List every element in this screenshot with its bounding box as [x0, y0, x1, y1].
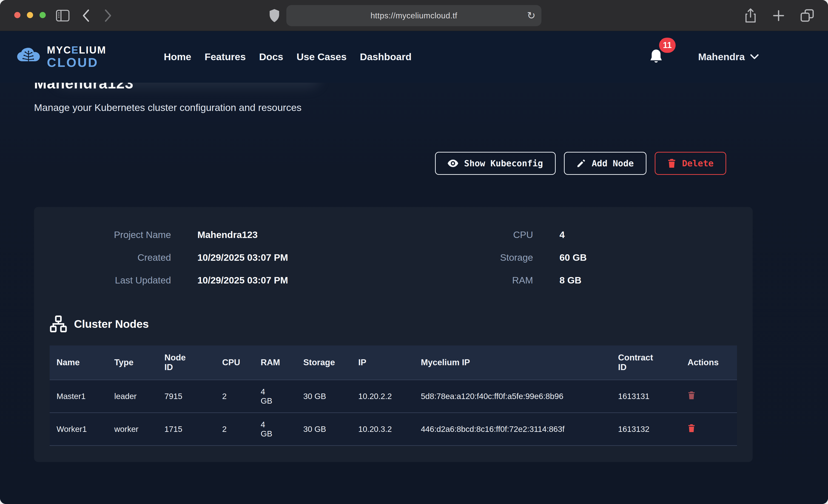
delete-cluster-button[interactable]: Delete — [655, 152, 726, 175]
cluster-nodes-title: Cluster Nodes — [74, 318, 149, 330]
cluster-nodes-table: Name Type Node ID CPU RAM Storage IP Myc… — [50, 345, 737, 446]
close-window-button[interactable] — [14, 12, 20, 18]
network-icon — [50, 315, 67, 333]
cell-name: Master1 — [50, 380, 107, 413]
privacy-shield-icon[interactable] — [268, 0, 280, 31]
info-row: Storage 60 GB — [398, 252, 737, 263]
cell-ip: 10.20.2.2 — [351, 380, 414, 413]
col-actions: Actions — [681, 345, 737, 380]
cell-contract-id: 1613131 — [611, 380, 681, 413]
browser-toolbar: https://myceliumcloud.tf ↻ — [0, 0, 828, 31]
trash-icon — [667, 159, 676, 168]
delete-node-button[interactable] — [688, 391, 695, 401]
cpu-label: CPU — [398, 229, 533, 240]
user-menu[interactable]: Mahendra — [698, 51, 759, 62]
created-label: Created — [50, 252, 171, 263]
cell-cpu: 2 — [215, 380, 254, 413]
show-kubeconfig-button[interactable]: Show Kubeconfig — [435, 152, 556, 175]
table-row-master1: Master1 leader 7915 2 4 GB 30 GB 10.20.2… — [50, 380, 737, 413]
cell-contract-id: 1613132 — [611, 413, 681, 446]
cell-node-id: 1715 — [158, 413, 215, 446]
tab-overview-icon[interactable] — [800, 8, 815, 23]
reload-icon[interactable]: ↻ — [527, 10, 535, 21]
pencil-icon — [577, 159, 586, 168]
cell-ram: 4 GB — [254, 380, 296, 413]
page-content: MYCELIUM CLOUD Home Features Docs Use Ca… — [0, 31, 828, 504]
brand-line1: MYCELIUM — [47, 45, 107, 55]
created-value: 10/29/2025 03:07 PM — [197, 252, 288, 263]
col-ip: IP — [351, 345, 414, 380]
nav-link-dashboard[interactable]: Dashboard — [360, 51, 412, 62]
forward-button[interactable] — [103, 0, 113, 31]
nav-link-features[interactable]: Features — [205, 51, 246, 62]
brand-line2: CLOUD — [47, 56, 107, 69]
back-button[interactable] — [81, 0, 91, 31]
project-name-value: Mahendra123 — [197, 229, 258, 240]
ram-label: RAM — [398, 275, 533, 286]
cell-ram: 4 GB — [254, 413, 296, 446]
add-node-button[interactable]: Add Node — [564, 152, 647, 175]
col-ram: RAM — [254, 345, 296, 380]
eye-icon — [448, 159, 458, 167]
top-navbar: MYCELIUM CLOUD Home Features Docs Use Ca… — [0, 31, 828, 83]
table-header-row: Name Type Node ID CPU RAM Storage IP Myc… — [50, 345, 737, 380]
col-contract-id: Contract ID — [611, 345, 681, 380]
cell-actions — [681, 413, 737, 446]
table-row-worker1: Worker1 worker 1715 2 4 GB 30 GB 10.20.3… — [50, 413, 737, 446]
cell-ip: 10.20.3.2 — [351, 413, 414, 446]
mycelium-cloud-logo-icon — [16, 46, 41, 68]
cell-node-id: 7915 — [158, 380, 215, 413]
cell-storage: 30 GB — [296, 413, 351, 446]
zoom-window-button[interactable] — [40, 12, 46, 18]
cell-actions — [681, 380, 737, 413]
cell-cpu: 2 — [215, 413, 254, 446]
address-bar[interactable]: https://myceliumcloud.tf ↻ — [286, 5, 541, 26]
info-row: Created 10/29/2025 03:07 PM — [50, 252, 389, 263]
traffic-lights — [14, 12, 46, 18]
sidebar-toggle-icon[interactable] — [55, 0, 70, 31]
stylized-e: E — [72, 44, 79, 55]
page-subtitle: Manage your Kubernetes cluster configura… — [34, 102, 753, 113]
col-node-id: Node ID — [158, 345, 215, 380]
nav-link-use-cases[interactable]: Use Cases — [297, 51, 347, 62]
storage-value: 60 GB — [560, 252, 587, 263]
delete-node-button[interactable] — [688, 424, 695, 433]
project-name-label: Project Name — [50, 229, 171, 240]
col-cpu: CPU — [215, 345, 254, 380]
cell-storage: 30 GB — [296, 380, 351, 413]
nav-links: Home Features Docs Use Cases Dashboard — [164, 51, 412, 62]
notification-badge: 11 — [659, 38, 676, 53]
url-text: https://myceliumcloud.tf — [370, 11, 457, 20]
new-tab-icon[interactable] — [772, 9, 785, 22]
col-name: Name — [50, 345, 107, 380]
cluster-actions: Show Kubeconfig Add Node Delete — [34, 152, 726, 175]
info-row: RAM 8 GB — [398, 275, 737, 286]
chevron-down-icon — [750, 54, 759, 60]
user-name: Mahendra — [698, 51, 745, 62]
browser-window: https://myceliumcloud.tf ↻ — [0, 0, 828, 504]
brand-logo[interactable]: MYCELIUM CLOUD — [16, 45, 107, 69]
info-row: Last Updated 10/29/2025 03:07 PM — [50, 275, 389, 286]
cluster-info: Project Name Mahendra123 Created 10/29/2… — [50, 229, 737, 286]
info-row: Project Name Mahendra123 — [50, 229, 389, 240]
cell-mycelium-ip: 5d8:78ea:a120:f40c:ff0f:a5fe:99e6:8b96 — [414, 380, 611, 413]
cpu-value: 4 — [560, 229, 565, 240]
col-type: Type — [107, 345, 157, 380]
last-updated-label: Last Updated — [50, 275, 171, 286]
minimize-window-button[interactable] — [27, 12, 33, 18]
info-row: CPU 4 — [398, 229, 737, 240]
trash-icon — [688, 391, 695, 400]
notifications-button[interactable]: 11 — [649, 48, 664, 66]
col-mycelium-ip: Mycelium IP — [414, 345, 611, 380]
col-storage: Storage — [296, 345, 351, 380]
cluster-details-card: Project Name Mahendra123 Created 10/29/2… — [34, 207, 753, 462]
storage-label: Storage — [398, 252, 533, 263]
nav-link-home[interactable]: Home — [164, 51, 191, 62]
ram-value: 8 GB — [560, 275, 582, 286]
trash-icon — [688, 424, 695, 432]
cell-type: leader — [107, 380, 157, 413]
nav-link-docs[interactable]: Docs — [259, 51, 283, 62]
cell-type: worker — [107, 413, 157, 446]
share-icon[interactable] — [744, 7, 757, 24]
cell-name: Worker1 — [50, 413, 107, 446]
